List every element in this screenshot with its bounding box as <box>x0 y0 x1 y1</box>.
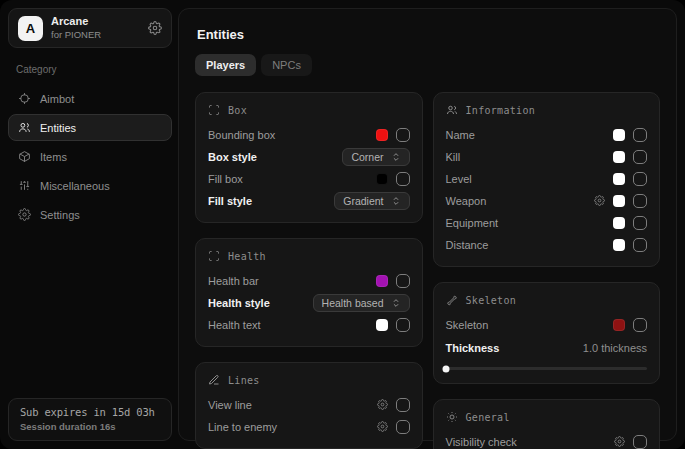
session-duration-text: Session duration 16s <box>20 421 160 432</box>
weapon-checkbox[interactable] <box>633 194 647 208</box>
tab-npcs[interactable]: NPCs <box>261 54 312 76</box>
crosshair-icon <box>18 92 31 105</box>
color-swatch[interactable] <box>613 195 625 207</box>
color-swatch[interactable] <box>376 129 388 141</box>
app-window: A Arcane for PIONER Category Aimbot Enti… <box>0 0 685 449</box>
pencil-icon <box>208 374 220 386</box>
app-identity: Arcane for PIONER <box>51 15 140 41</box>
setting-row-kill: Kill <box>446 146 648 167</box>
sun-icon <box>446 411 458 423</box>
sidebar-item-settings[interactable]: Settings <box>8 201 172 228</box>
setting-label: Health bar <box>208 275 259 287</box>
gear-icon[interactable] <box>614 436 625 447</box>
setting-label: Weapon <box>446 195 487 207</box>
setting-row-bounding-box: Bounding box <box>208 124 410 145</box>
distance-checkbox[interactable] <box>633 238 647 252</box>
page-title: Entities <box>197 27 660 42</box>
card-general: General Visibility check Max distance <box>433 399 661 449</box>
setting-label: Fill box <box>208 173 243 185</box>
sidebar-item-aimbot[interactable]: Aimbot <box>8 85 172 112</box>
card-skeleton: Skeleton Skeleton Thickness 1.0 t <box>433 282 661 384</box>
health-text-checkbox[interactable] <box>396 318 410 332</box>
sidebar-item-label: Entities <box>40 122 76 134</box>
right-column: Information Name Kill <box>433 92 661 449</box>
gear-icon[interactable] <box>377 421 388 432</box>
visibility-check-checkbox[interactable] <box>633 435 647 449</box>
setting-label: Line to enemy <box>208 421 277 433</box>
setting-row-fill-style: Fill style Gradient <box>208 190 410 211</box>
setting-row-distance: Distance <box>446 234 648 255</box>
card-general-header: General <box>446 411 648 423</box>
sub-expiry-text: Sub expires in 15d 03h <box>20 406 160 418</box>
color-swatch[interactable] <box>613 217 625 229</box>
bounding-box-checkbox[interactable] <box>396 128 410 142</box>
setting-label: Name <box>446 129 475 141</box>
slider-thumb[interactable] <box>442 365 449 372</box>
dropdown-value: Corner <box>351 151 383 163</box>
view-line-checkbox[interactable] <box>396 398 410 412</box>
setting-label: View line <box>208 399 252 411</box>
setting-label: Health style <box>208 297 270 309</box>
subscription-card: Sub expires in 15d 03h Session duration … <box>8 398 172 441</box>
color-swatch[interactable] <box>613 173 625 185</box>
setting-row-fill-box: Fill box <box>208 168 410 189</box>
setting-row-visibility-check: Visibility check <box>446 431 648 449</box>
card-skeleton-header: Skeleton <box>446 294 648 306</box>
left-column: Box Bounding box Box style <box>195 92 423 449</box>
card-health-header: Health <box>208 250 410 262</box>
dropdown-value: Health based <box>322 297 384 309</box>
scan-brackets-icon <box>208 250 220 262</box>
gear-icon[interactable] <box>377 399 388 410</box>
card-box: Box Bounding box Box style <box>195 92 423 223</box>
fill-style-dropdown[interactable]: Gradient <box>334 192 409 210</box>
sidebar-item-miscellaneous[interactable]: Miscellaneous <box>8 172 172 199</box>
kill-checkbox[interactable] <box>633 150 647 164</box>
equipment-checkbox[interactable] <box>633 216 647 230</box>
color-swatch[interactable] <box>613 239 625 251</box>
setting-label: Kill <box>446 151 461 163</box>
scan-brackets-icon <box>208 104 220 116</box>
card-information-header: Information <box>446 104 648 116</box>
gear-icon <box>18 208 31 221</box>
setting-label: Distance <box>446 239 489 251</box>
tab-players[interactable]: Players <box>195 54 256 76</box>
box-style-dropdown[interactable]: Corner <box>342 148 409 166</box>
card-title: Health <box>228 251 266 262</box>
app-subtitle: for PIONER <box>51 29 140 41</box>
fill-box-checkbox[interactable] <box>396 172 410 186</box>
logo-card: A Arcane for PIONER <box>8 8 172 48</box>
thickness-value: 1.0 thickness <box>583 342 647 354</box>
skeleton-checkbox[interactable] <box>633 318 647 332</box>
category-label: Category <box>16 64 172 75</box>
card-information: Information Name Kill <box>433 92 661 267</box>
thickness-slider[interactable] <box>446 367 648 370</box>
color-swatch[interactable] <box>376 319 388 331</box>
color-swatch[interactable] <box>376 173 388 185</box>
color-swatch[interactable] <box>613 129 625 141</box>
name-checkbox[interactable] <box>633 128 647 142</box>
setting-label: Health text <box>208 319 261 331</box>
settings-gear-icon[interactable] <box>148 21 162 35</box>
color-swatch[interactable] <box>613 319 625 331</box>
health-style-dropdown[interactable]: Health based <box>313 294 410 312</box>
setting-row-weapon: Weapon <box>446 190 648 211</box>
setting-row-name: Name <box>446 124 648 145</box>
line-to-enemy-checkbox[interactable] <box>396 420 410 434</box>
sidebar-item-label: Miscellaneous <box>40 180 110 192</box>
card-title: Skeleton <box>466 295 517 306</box>
sidebar: A Arcane for PIONER Category Aimbot Enti… <box>8 8 172 441</box>
card-title: Information <box>466 105 536 116</box>
level-checkbox[interactable] <box>633 172 647 186</box>
gear-icon[interactable] <box>594 195 605 206</box>
setting-row-health-text: Health text <box>208 314 410 335</box>
color-swatch[interactable] <box>376 275 388 287</box>
color-swatch[interactable] <box>613 151 625 163</box>
setting-label: Equipment <box>446 217 499 229</box>
sidebar-spacer <box>8 228 172 398</box>
sidebar-item-entities[interactable]: Entities <box>8 114 172 141</box>
card-title: Lines <box>228 375 260 386</box>
setting-label: Skeleton <box>446 319 489 331</box>
setting-row-view-line: View line <box>208 394 410 415</box>
health-bar-checkbox[interactable] <box>396 274 410 288</box>
sidebar-item-items[interactable]: Items <box>8 143 172 170</box>
